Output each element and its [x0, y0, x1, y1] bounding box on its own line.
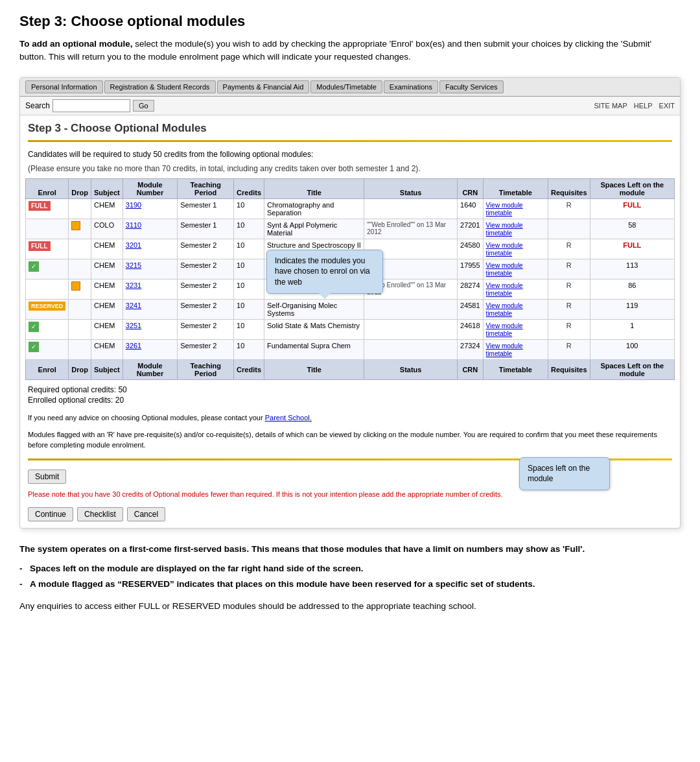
cell-credits: 10: [234, 299, 264, 319]
nav-modules-timetable[interactable]: Modules/Timetable: [310, 80, 382, 93]
cell-spaces: 113: [590, 259, 674, 279]
cell-module-number[interactable]: 3201: [122, 239, 177, 259]
cell-spaces: 58: [590, 219, 674, 239]
cell-requisites: [548, 219, 590, 239]
nav-examinations[interactable]: Examinations: [384, 80, 438, 93]
tooltip-spaces: Spaces left on the module: [519, 457, 610, 491]
cell-drop: [69, 219, 91, 239]
cell-enrol: RESERVED: [26, 299, 69, 319]
cell-timetable[interactable]: View module timetable: [483, 299, 548, 319]
cell-drop: [69, 299, 91, 319]
tooltip-enrol-web-text: Indicates the modules you have chosen to…: [275, 256, 370, 287]
cell-teaching-period: Semester 2: [178, 259, 234, 279]
cell-timetable[interactable]: View module timetable: [483, 279, 548, 299]
cell-timetable[interactable]: View module timetable: [483, 219, 548, 239]
cell-crn: 1640: [458, 198, 484, 219]
footer-col-module-number: Module Number: [122, 359, 177, 379]
cell-status: [364, 319, 458, 339]
nav-payments[interactable]: Payments & Financial Aid: [217, 80, 310, 93]
enrol-checkbox[interactable]: ✓: [29, 322, 39, 332]
enrol-checkbox[interactable]: ✓: [29, 342, 39, 352]
cell-credits: 10: [234, 259, 264, 279]
cell-timetable[interactable]: View module timetable: [483, 319, 548, 339]
enrol-checkbox[interactable]: ✓: [29, 261, 39, 272]
info-text: Candidates will be required to study 50 …: [20, 147, 680, 161]
nav-personal-information[interactable]: Personal Information: [25, 80, 103, 93]
cell-spaces: FULL: [590, 198, 674, 219]
cell-drop: [69, 239, 91, 259]
cell-requisites: R: [548, 198, 590, 219]
cell-crn: 27201: [458, 219, 484, 239]
cell-credits: 10: [234, 339, 264, 359]
table-row: ✓ CHEM 3261 Semester 2 10 Fundamental Su…: [26, 339, 675, 359]
page-title: Step 3: Choose optional modules: [19, 13, 681, 30]
cell-timetable[interactable]: View module timetable: [483, 339, 548, 359]
nav-registration[interactable]: Registration & Student Records: [104, 80, 216, 93]
footer-col-crn: CRN: [458, 359, 484, 379]
cell-subject: CHEM: [91, 259, 123, 279]
cell-teaching-period: Semester 1: [178, 198, 234, 219]
submit-button[interactable]: Submit: [28, 470, 66, 484]
cell-status: [364, 198, 458, 219]
search-input[interactable]: [52, 99, 130, 112]
search-bar: Search Go SITE MAP HELP EXIT: [20, 97, 680, 115]
final-paragraph: Any enquiries to access either FULL or R…: [19, 600, 681, 613]
cell-module-number[interactable]: 3110: [122, 219, 177, 239]
cell-enrol: ✓: [26, 319, 69, 339]
checklist-button[interactable]: Checklist: [77, 507, 123, 521]
cell-timetable[interactable]: View module timetable: [483, 259, 548, 279]
cell-timetable[interactable]: View module timetable: [483, 198, 548, 219]
cell-spaces: FULL: [590, 239, 674, 259]
advice-text-content: If you need any advice on choosing Optio…: [28, 414, 263, 422]
cell-status: [364, 339, 458, 359]
table-footer-header-row: Enrol Drop Subject Module Number Teachin…: [26, 359, 675, 379]
cancel-button[interactable]: Cancel: [127, 507, 165, 521]
cell-subject: CHEM: [91, 239, 123, 259]
search-links: SITE MAP HELP EXIT: [594, 102, 675, 110]
drop-checkbox[interactable]: [71, 281, 80, 291]
cell-enrol: [26, 279, 69, 299]
nav-faculty-services[interactable]: Faculty Services: [439, 80, 504, 93]
cell-subject: CHEM: [91, 339, 123, 359]
footer-col-teaching-period: Teaching Period: [178, 359, 234, 379]
navigation-bar: Personal Information Registration & Stud…: [20, 78, 680, 97]
cell-module-number[interactable]: 3241: [122, 299, 177, 319]
intro-bold: To add an optional module,: [19, 39, 133, 49]
cell-subject: CHEM: [91, 279, 123, 299]
cell-title: Synt & Appl Polymeric Material: [264, 219, 364, 239]
table-header-row: Enrol Drop Subject Module Number Teachin…: [26, 178, 675, 198]
cell-module-number[interactable]: 3231: [122, 279, 177, 299]
continue-button[interactable]: Continue: [28, 507, 73, 521]
drop-checkbox[interactable]: [71, 221, 80, 230]
footer-col-credits: Credits: [234, 359, 264, 379]
col-module-number: Module Number: [122, 178, 177, 198]
cell-drop: [69, 339, 91, 359]
exit-link[interactable]: EXIT: [659, 102, 675, 110]
cell-timetable[interactable]: View module timetable: [483, 239, 548, 259]
cell-module-number[interactable]: 3261: [122, 339, 177, 359]
footer-col-enrol: Enrol: [26, 359, 69, 379]
cell-requisites: R: [548, 239, 590, 259]
col-drop: Drop: [69, 178, 91, 198]
after-content: The system operates on a first-come firs…: [19, 543, 681, 613]
cell-module-number[interactable]: 3251: [122, 319, 177, 339]
cell-module-number[interactable]: 3215: [122, 259, 177, 279]
search-go-button[interactable]: Go: [133, 100, 154, 112]
cell-module-number[interactable]: 3190: [122, 198, 177, 219]
cell-enrol: [26, 219, 69, 239]
inner-page-title: Step 3 - Choose Optional Modules: [20, 115, 680, 137]
note-text: (Please ensure you take no more than 70 …: [20, 163, 680, 174]
cell-credits: 10: [234, 319, 264, 339]
cell-crn: 17955: [458, 259, 484, 279]
table-row: COLO 3110 Semester 1 10 Synt & Appl Poly…: [26, 219, 675, 239]
bullet-item-spaces: Spaces left on the module are displayed …: [19, 562, 681, 575]
cell-crn: 24618: [458, 319, 484, 339]
cell-crn: 28274: [458, 279, 484, 299]
full-badge: FULL: [29, 201, 51, 211]
help-link[interactable]: HELP: [634, 102, 653, 110]
cell-requisites: R: [548, 339, 590, 359]
sitemap-link[interactable]: SITE MAP: [594, 102, 627, 110]
parent-school-link[interactable]: Parent School.: [265, 414, 312, 422]
cell-title: Chromatography and Separation: [264, 198, 364, 219]
cell-drop: [69, 319, 91, 339]
